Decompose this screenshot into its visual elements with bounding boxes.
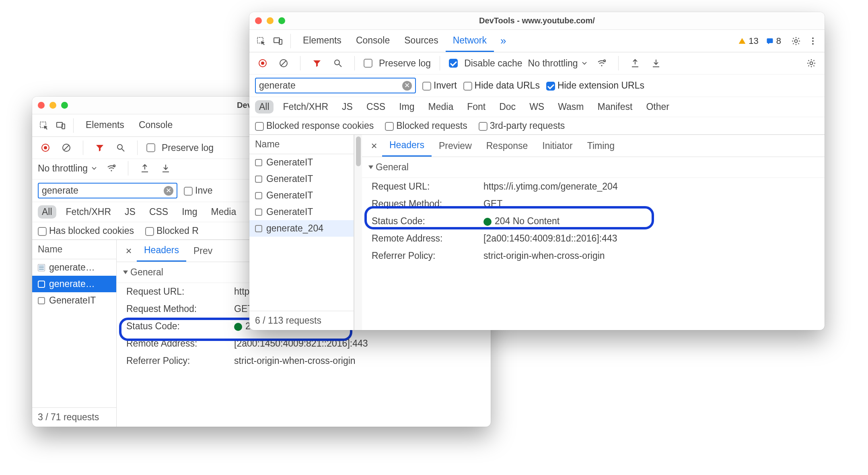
filter-ws[interactable]: WS [525,100,548,114]
close-detail-button[interactable]: × [366,136,382,155]
upload-har-icon[interactable] [627,56,643,71]
network-conditions-icon[interactable] [594,56,609,71]
throttling-select[interactable]: No throttling [528,58,588,69]
clear-filter-icon[interactable]: ✕ [402,81,412,91]
request-row[interactable]: generate_204 [249,220,354,237]
tab-console[interactable]: Console [132,114,180,136]
filter-wasm[interactable]: Wasm [554,100,588,114]
third-party-checkbox[interactable]: 3rd-party requests [479,120,565,131]
general-section[interactable]: General [362,157,825,178]
svg-point-10 [113,165,115,167]
invert-checkbox[interactable]: Invert [422,80,457,91]
device-toolbar-icon[interactable] [53,118,68,133]
filter-fetch[interactable]: Fetch/XHR [62,205,115,219]
filter-icon[interactable] [309,56,325,71]
blocked-requests-checkbox[interactable]: Blocked R [145,225,199,236]
filter-fetch[interactable]: Fetch/XHR [279,100,332,114]
preserve-log-checkbox[interactable]: Preserve log [146,142,214,153]
svg-point-27 [810,62,813,65]
record-button[interactable] [255,56,270,71]
filter-js[interactable]: JS [121,205,140,219]
tab-initiator[interactable]: Initiator [535,136,580,156]
filter-input[interactable]: ✕ [255,78,416,93]
record-button[interactable] [38,140,53,155]
titlebar[interactable]: DevTools - www.youtube.com/ [249,12,825,30]
column-header-name[interactable]: Name [249,135,354,154]
inspect-element-icon[interactable] [36,118,51,133]
scrollbar[interactable] [354,135,362,330]
filter-all[interactable]: All [38,205,56,219]
search-icon[interactable] [330,56,346,71]
more-options-icon[interactable] [805,33,821,49]
filter-css[interactable]: CSS [362,100,389,114]
request-row[interactable]: GenerateIT [249,204,354,220]
kv-status-code: Status Code:204 No Content [362,213,825,230]
tab-headers[interactable]: Headers [137,240,186,262]
tab-elements[interactable]: Elements [296,30,349,52]
network-conditions-icon[interactable] [104,161,119,176]
download-har-icon[interactable] [158,161,173,176]
close-detail-button[interactable]: × [121,241,137,260]
blocked-requests-checkbox[interactable]: Blocked requests [385,120,467,131]
filter-icon[interactable] [92,140,107,155]
search-icon[interactable] [113,140,128,155]
clear-button[interactable] [59,140,74,155]
filter-font[interactable]: Font [463,100,490,114]
request-row[interactable]: generate… [32,259,116,276]
filter-text-field[interactable] [42,185,160,196]
filter-input[interactable]: ✕ [38,183,177,198]
device-toolbar-icon[interactable] [270,33,286,49]
issues-badge[interactable]: 8 [766,36,781,46]
tab-sources[interactable]: Sources [397,30,445,52]
filter-media[interactable]: Media [207,205,241,219]
tab-preview[interactable]: Prev [186,241,220,261]
more-tabs-button[interactable]: » [496,35,511,47]
filter-other[interactable]: Other [642,100,673,114]
filter-all[interactable]: All [255,100,274,114]
network-settings-gear-icon[interactable] [804,56,819,71]
request-row[interactable]: GenerateIT [249,154,354,171]
throttling-label: No throttling [528,58,578,69]
clear-button[interactable] [276,56,291,71]
request-name: GenerateIT [49,295,96,306]
tab-elements[interactable]: Elements [78,114,132,136]
request-list[interactable]: generate… generate… GenerateIT [32,259,116,407]
tab-console[interactable]: Console [349,30,397,52]
hide-extension-urls-checkbox[interactable]: Hide extension URLs [546,80,644,91]
warnings-badge[interactable]: 13 [738,36,758,46]
inspect-element-icon[interactable] [253,33,269,49]
preserve-log-checkbox[interactable]: Preserve log [364,58,431,69]
clear-filter-icon[interactable]: ✕ [164,186,173,196]
request-row[interactable]: GenerateIT [249,187,354,204]
scrollbar-thumb[interactable] [356,136,361,166]
request-row[interactable]: GenerateIT [32,292,116,309]
tab-preview[interactable]: Preview [432,136,479,156]
filter-manifest[interactable]: Manifest [594,100,637,114]
filter-doc[interactable]: Doc [495,100,520,114]
tab-network[interactable]: Network [446,30,494,52]
hide-data-urls-checkbox[interactable]: Hide data URLs [463,80,540,91]
filter-css[interactable]: CSS [145,205,172,219]
blocked-response-cookies-checkbox[interactable]: Blocked response cookies [255,120,374,131]
disable-cache-checkbox[interactable]: Disable cache [449,58,522,69]
tab-response[interactable]: Response [479,136,535,156]
filter-img[interactable]: Img [395,100,418,114]
request-list[interactable]: GenerateIT GenerateIT GenerateIT Generat… [249,154,354,311]
has-blocked-cookies-checkbox[interactable]: Has blocked cookies [38,225,134,236]
filter-img[interactable]: Img [178,205,201,219]
tab-headers[interactable]: Headers [382,135,432,157]
invert-label: Inve [195,185,212,196]
upload-har-icon[interactable] [137,161,152,176]
invert-checkbox[interactable]: Inve [184,185,212,196]
tab-timing[interactable]: Timing [580,136,622,156]
request-row[interactable]: GenerateIT [249,171,354,187]
divider [290,34,291,48]
request-row[interactable]: generate… [32,276,116,292]
throttling-select[interactable]: No throttling [38,163,98,174]
download-har-icon[interactable] [648,56,664,71]
column-header-name[interactable]: Name [32,240,116,259]
filter-media[interactable]: Media [424,100,458,114]
filter-text-field[interactable] [259,80,399,91]
settings-gear-icon[interactable] [788,33,804,49]
filter-js[interactable]: JS [338,100,357,114]
